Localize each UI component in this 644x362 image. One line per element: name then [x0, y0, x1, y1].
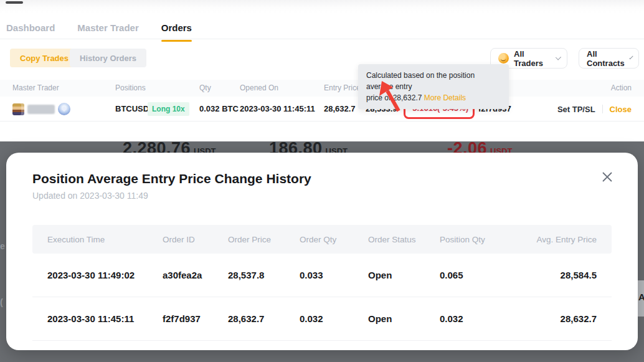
- side-leverage-badge: Long 10x: [148, 102, 189, 116]
- qty-cell: 0.032 BTC: [199, 97, 239, 121]
- entry-price-cell: 28,632.7: [324, 97, 356, 121]
- top-gradient: [0, 0, 644, 14]
- trader-badge-icon: [58, 103, 70, 115]
- col-positions: Positions: [115, 80, 146, 97]
- entry-price-history-modal: Position Average Entry Price Change Hist…: [6, 153, 638, 350]
- table-row: 2023-03-30 11:49:02 a30fea2a 28,537.8 0.…: [32, 254, 612, 297]
- col-master-trader: Master Trader: [12, 80, 59, 97]
- history-table: Execution Time Order ID Order Price Orde…: [32, 225, 612, 341]
- clipped-text-fragment: (: [0, 297, 3, 307]
- master-trader-name-blurred: [27, 105, 55, 114]
- annotation-arrow-icon: [374, 79, 405, 114]
- positions-table-header: Master Trader Positions Qty Opened On En…: [0, 80, 644, 97]
- avg-entry-price-cell: 28,632.7: [521, 313, 597, 324]
- col-order-price: Order Price: [228, 235, 300, 244]
- clipped-background-band: Al: [638, 280, 644, 317]
- col-action: Action: [611, 80, 632, 97]
- row-actions: Set TP/SL Close: [557, 97, 632, 121]
- order-qty-cell: 0.032: [300, 313, 368, 324]
- col-entry-price: Entry Price: [324, 80, 361, 97]
- chevron-down-icon: [556, 54, 561, 60]
- history-table-header: Execution Time Order ID Order Price Orde…: [32, 225, 612, 254]
- table-row: 2023-03-30 11:45:11 f2f7d937 28,632.7 0.…: [32, 297, 612, 341]
- position-qty-cell: 0.032: [440, 313, 521, 324]
- order-id-cell: f2f7d937: [163, 313, 228, 324]
- app-screen: Dashboard Master Trader Orders Copy Trad…: [0, 0, 644, 362]
- order-price-cell: 28,537.8: [228, 270, 300, 280]
- close-icon[interactable]: [599, 169, 615, 185]
- all-contracts-dropdown[interactable]: All Contracts: [579, 48, 639, 69]
- chevron-down-icon: [629, 55, 633, 60]
- action-divider: [602, 105, 603, 113]
- position-row: BTCUSDT Long 10x 0.032 BTC 2023-03-30 11…: [0, 97, 644, 121]
- master-trader-avatar: [12, 103, 24, 115]
- position-qty-cell: 0.065: [440, 270, 521, 280]
- clipped-text-fragment: Al: [638, 292, 644, 302]
- more-details-link[interactable]: More Details: [424, 93, 466, 102]
- col-position-qty: Position Qty: [440, 235, 521, 244]
- col-avg-entry-price: Avg. Entry Price: [521, 235, 597, 244]
- col-opened-on: Opened On: [240, 80, 278, 97]
- order-status-cell: Open: [368, 313, 440, 324]
- all-traders-label: All Traders: [514, 49, 551, 68]
- history-orders-button[interactable]: History Orders: [70, 49, 146, 67]
- master-trader-cell[interactable]: [12, 97, 70, 121]
- opened-on-cell: 2023-03-30 11:45:11: [240, 97, 315, 121]
- trader-avatar-icon: [498, 53, 509, 64]
- clipped-text-fragment: e: [0, 241, 5, 251]
- set-tpsl-button[interactable]: Set TP/SL: [557, 105, 595, 114]
- modal-updated-timestamp: Updated on 2023-03-30 11:49: [32, 191, 612, 201]
- execution-time-cell: 2023-03-30 11:49:02: [47, 270, 163, 280]
- tabs-divider: [0, 39, 644, 39]
- copy-trades-button[interactable]: Copy Trades: [10, 49, 78, 67]
- col-order-qty: Order Qty: [300, 235, 368, 244]
- close-position-button[interactable]: Close: [610, 105, 632, 114]
- col-order-status: Order Status: [368, 235, 440, 244]
- avg-entry-price-cell: 28,584.5: [521, 270, 597, 280]
- col-order-id: Order ID: [163, 235, 228, 244]
- order-status-cell: Open: [368, 270, 440, 280]
- order-price-cell: 28,632.7: [228, 313, 300, 324]
- col-qty: Qty: [199, 80, 211, 97]
- modal-title: Position Average Entry Price Change Hist…: [32, 171, 612, 186]
- all-contracts-label: All Contracts: [587, 49, 625, 68]
- order-qty-cell: 0.033: [300, 270, 368, 280]
- execution-time-cell: 2023-03-30 11:45:11: [47, 313, 163, 324]
- col-execution-time: Execution Time: [47, 235, 163, 244]
- order-id-cell: a30fea2a: [163, 270, 228, 280]
- window-artifact: [6, 1, 23, 4]
